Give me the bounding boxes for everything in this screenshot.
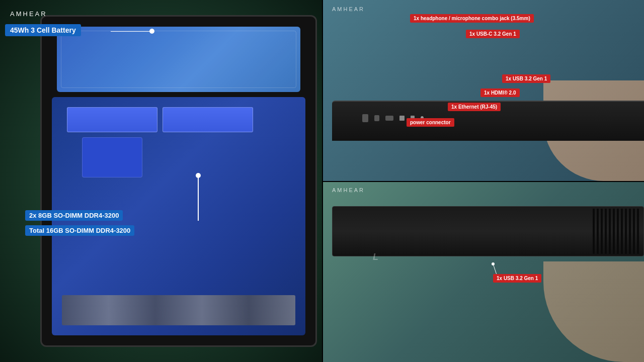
port-usb-a [399,116,405,121]
horizontal-divider [322,181,644,182]
logo-left: AMHEAR [10,10,47,18]
port-power [362,114,368,122]
battery-line [111,31,151,32]
left-panel: AMHEAR 45Wh 3 Cell Battery 2x 8GB SO-DIM… [0,0,322,362]
ram-slot-1 [67,107,157,132]
ram-label-1: 2x 8GB SO-DIMM DDR4-3200 [25,210,123,221]
vent-4 [605,209,607,254]
ram-line [198,175,199,221]
top-right-panel: AMHEAR [322,0,644,181]
vent-3 [601,209,603,254]
logo-top-right: AMHEAR [332,6,365,12]
heatsink [62,295,295,325]
laptop-internals [40,15,317,347]
battery-label: 45Wh 3 Cell Battery [5,24,81,36]
logo-bottom-right: AMHEAR [332,187,365,193]
vent-2 [597,209,599,254]
ram-label-2: Total 16GB SO-DIMM DDR4-3200 [25,225,134,236]
annotation-power: power connector [407,118,454,127]
annotation-usb-a: 1x USB 3.2 Gen 1 [502,74,550,83]
annotation-usb-c: 1x USB-C 3.2 Gen 1 [466,30,520,38]
annotation-usb-br: 1x USB 3.2 Gen 1 [493,274,541,283]
vent-1 [593,209,595,254]
battery-component [57,27,300,92]
acer-logo: L [373,252,378,262]
vent-12 [637,209,639,254]
vent-6 [613,209,615,254]
vent-5 [609,209,611,254]
bottom-right-panel: AMHEAR L 1x USB 3.2 Gen 1 [322,181,644,362]
battery-dot [149,29,154,34]
laptop-vents [593,209,639,254]
annotation-headphone: 1x headphone / microphone combo jack (3.… [410,14,534,23]
battery-detail [61,31,296,88]
vent-8 [621,209,623,254]
vent-7 [617,209,619,254]
vent-11 [633,209,635,254]
port-ethernet [374,115,379,121]
port-hdmi [385,116,393,121]
annotation-hdmi: 1x HDMI® 2.0 [480,88,520,97]
annotation-ethernet: 1x Ethernet (RJ-45) [448,103,501,111]
vent-10 [629,209,631,254]
vent-9 [625,209,627,254]
cpu-chip [82,137,142,177]
ram-slot-2 [163,107,253,132]
